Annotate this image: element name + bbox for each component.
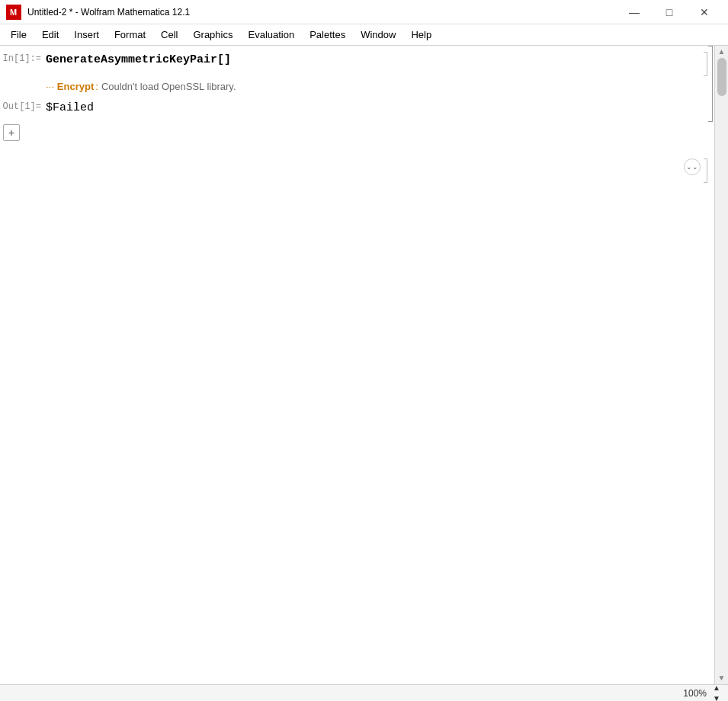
menu-item-insert[interactable]: Insert bbox=[66, 26, 107, 43]
minimize-button[interactable]: — bbox=[617, 0, 652, 24]
zoom-down-button[interactable]: ▼ bbox=[711, 693, 722, 702]
input-label: In[1]:= bbox=[0, 52, 46, 64]
output-cell: Out[1]= $Failed bbox=[0, 95, 690, 122]
menu-item-help[interactable]: Help bbox=[403, 26, 439, 43]
message-cell: ··· Encrypt : Couldn't load OpenSSL libr… bbox=[0, 76, 690, 95]
notebook-container: In[1]:= GenerateAsymmetricKeyPair[] ··· … bbox=[0, 46, 728, 684]
cell-group: In[1]:= GenerateAsymmetricKeyPair[] ··· … bbox=[0, 46, 714, 122]
output-content: $Failed bbox=[46, 100, 690, 116]
menu-item-file[interactable]: File bbox=[3, 26, 34, 43]
zoom-level: 100% bbox=[683, 688, 707, 699]
notebook-content[interactable]: In[1]:= GenerateAsymmetricKeyPair[] ··· … bbox=[0, 46, 714, 684]
menu-item-evaluation[interactable]: Evaluation bbox=[240, 26, 302, 43]
output-label: Out[1]= bbox=[0, 100, 46, 112]
window-controls: — □ ✕ bbox=[617, 0, 722, 24]
scroll-up-arrow[interactable]: ▲ bbox=[718, 47, 726, 56]
title-bar: M Untitled-2 * - Wolfram Mathematica 12.… bbox=[0, 0, 728, 24]
inner-output-bracket bbox=[704, 158, 707, 183]
scroll-track[interactable] bbox=[715, 56, 728, 674]
close-button[interactable]: ✕ bbox=[687, 0, 722, 24]
cell-body: In[1]:= GenerateAsymmetricKeyPair[] ··· … bbox=[0, 46, 690, 122]
svg-text:M: M bbox=[10, 8, 17, 17]
menu-item-format[interactable]: Format bbox=[107, 26, 153, 43]
message-text: Couldn't load OpenSSL library. bbox=[101, 81, 236, 92]
add-cell-row: + bbox=[0, 122, 714, 143]
title-bar-left: M Untitled-2 * - Wolfram Mathematica 12.… bbox=[6, 5, 190, 20]
right-bracket-area: ⌄⌄ bbox=[690, 46, 714, 122]
app-icon: M bbox=[6, 5, 21, 20]
menu-item-edit[interactable]: Edit bbox=[34, 26, 66, 43]
menu-item-graphics[interactable]: Graphics bbox=[185, 26, 240, 43]
collapse-icon: ⌄⌄ bbox=[686, 164, 698, 171]
scroll-down-arrow[interactable]: ▼ bbox=[718, 674, 726, 683]
status-bar: 100% ▲ ▼ bbox=[0, 684, 728, 701]
output-code: $Failed bbox=[46, 101, 94, 114]
message-dots: ··· bbox=[46, 81, 54, 92]
maximize-button[interactable]: □ bbox=[652, 0, 687, 24]
scrollbar[interactable]: ▲ ▼ bbox=[714, 46, 728, 684]
scroll-thumb[interactable] bbox=[717, 58, 726, 96]
input-content[interactable]: GenerateAsymmetricKeyPair[] bbox=[46, 52, 690, 68]
add-cell-button[interactable]: + bbox=[3, 124, 20, 141]
input-code: GenerateAsymmetricKeyPair[] bbox=[46, 53, 231, 66]
menu-item-cell[interactable]: Cell bbox=[153, 26, 185, 43]
window-title: Untitled-2 * - Wolfram Mathematica 12.1 bbox=[27, 7, 190, 18]
menu-bar: FileEditInsertFormatCellGraphicsEvaluati… bbox=[0, 24, 728, 46]
menu-item-palettes[interactable]: Palettes bbox=[302, 26, 353, 43]
collapse-output-btn[interactable]: ⌄⌄ bbox=[684, 158, 701, 175]
inner-input-bracket bbox=[704, 52, 707, 76]
zoom-controls[interactable]: ▲ ▼ bbox=[711, 683, 722, 702]
message-name: Encrypt bbox=[57, 81, 94, 92]
input-cell[interactable]: In[1]:= GenerateAsymmetricKeyPair[] bbox=[0, 46, 690, 76]
outer-group-bracket bbox=[708, 46, 713, 122]
message-colon: : bbox=[95, 81, 98, 92]
menu-item-window[interactable]: Window bbox=[353, 26, 403, 43]
